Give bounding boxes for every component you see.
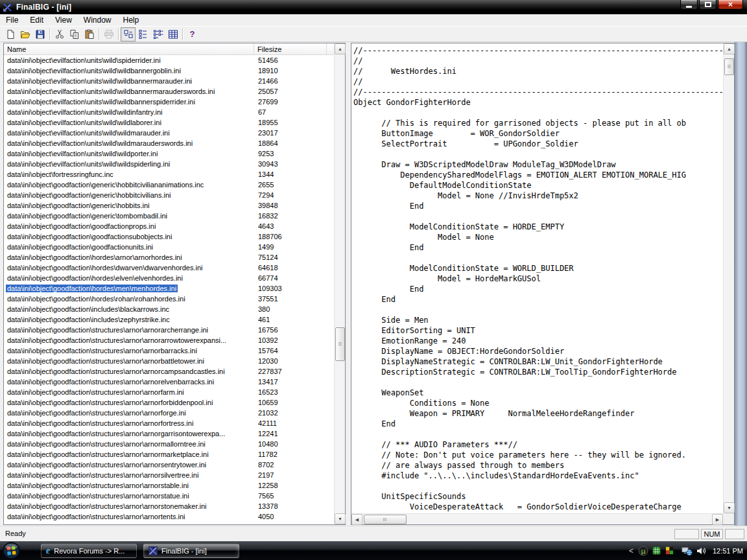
table-row[interactable]: data\ini\object\evilfaction\units\wild\w… (4, 128, 334, 138)
maximize-button[interactable] (699, 0, 717, 10)
table-row[interactable]: data\ini\object\evilfaction\units\wild\w… (4, 97, 334, 107)
table-row[interactable]: data\ini\object\goodfaction\generic\tomb… (4, 211, 334, 221)
file-name-cell: data\ini\object\goodfaction\generic\hobb… (4, 180, 254, 190)
copy-button[interactable] (67, 27, 82, 41)
taskbar-item-finalbig[interactable]: FinalBIG - [ini] (143, 544, 239, 558)
table-row[interactable]: data\ini\object\goodfaction\structures\a… (4, 325, 334, 335)
view-list-button[interactable] (150, 27, 165, 41)
table-row[interactable]: data\ini\object\evilfaction\units\wild\w… (4, 117, 334, 128)
table-row[interactable]: data\ini\object\goodfaction\structures\a… (4, 460, 334, 470)
new-button[interactable] (3, 27, 18, 41)
table-row[interactable]: data\ini\object\goodfaction\includes\zep… (4, 314, 334, 325)
file-name-cell: data\ini\object\goodfaction\generic\tomb… (4, 211, 254, 221)
start-button[interactable] (2, 542, 20, 560)
green-grid-icon[interactable] (652, 546, 661, 555)
table-row[interactable]: data\ini\object\goodfaction\generic\hobb… (4, 180, 334, 190)
table-row[interactable]: data\ini\object\goodfaction\goodfactions… (4, 231, 334, 242)
table-row[interactable]: data\ini\object\goodfaction\structures\a… (4, 480, 334, 491)
scrollbar-thumb[interactable] (364, 515, 407, 524)
table-row[interactable]: data\ini\object\evilfaction\units\wild\w… (4, 107, 334, 117)
table-row[interactable]: data\ini\object\goodfaction\hordes\rohan… (4, 294, 334, 304)
menu-file[interactable]: File (0, 14, 24, 26)
save-button[interactable] (32, 27, 47, 41)
table-row[interactable]: data\ini\object\goodfaction\structures\a… (4, 387, 334, 397)
print-button[interactable] (101, 27, 116, 41)
open-button[interactable] (18, 27, 32, 41)
table-row[interactable]: data\ini\object\evilfaction\units\wild\w… (4, 138, 334, 148)
file-size-cell: 10392 (254, 335, 278, 345)
table-row[interactable]: data\ini\object\goodfaction\structures\a… (4, 470, 334, 480)
help-button[interactable]: ? (185, 27, 200, 41)
menu-edit[interactable]: Edit (24, 14, 49, 26)
desktop: FinalBIG - [ini] × File Edit View Window… (0, 0, 747, 560)
menu-view[interactable]: View (49, 14, 78, 26)
table-row[interactable]: data\ini\object\goodfaction\structures\a… (4, 377, 334, 387)
table-row[interactable]: data\ini\object\goodfaction\structures\a… (4, 428, 334, 439)
menu-help[interactable]: Help (117, 14, 145, 26)
table-row[interactable]: data\ini\object\goodfaction\hordes\elven… (4, 273, 334, 283)
table-row[interactable]: data\ini\object\goodfaction\structures\a… (4, 439, 334, 449)
table-row[interactable]: data\ini\object\goodfaction\hordes\dwarv… (4, 262, 334, 273)
table-row[interactable]: data\ini\object\goodfaction\structures\a… (4, 356, 334, 366)
cut-button[interactable] (52, 27, 67, 41)
scroll-down-icon[interactable]: ▼ (724, 502, 735, 513)
minimize-button[interactable] (680, 0, 698, 10)
table-row[interactable]: data\ini\object\evilfaction\units\wild\s… (4, 55, 334, 65)
editor-hscrollbar[interactable]: ◀ ▶ (351, 513, 723, 524)
scrollbar-thumb[interactable] (335, 327, 345, 361)
table-row[interactable]: data\ini\object\goodfaction\generic\hobb… (4, 190, 334, 200)
file-size-cell: 380 (254, 304, 270, 314)
file-list-scrollbar[interactable]: ▲ ▼ (334, 43, 345, 524)
table-row[interactable]: data\ini\object\goodfaction\structures\a… (4, 366, 334, 377)
editor-vscrollbar[interactable]: ▲ ▼ (723, 43, 734, 513)
clock[interactable]: 12:51 PM (713, 547, 743, 555)
table-row[interactable]: data\ini\object\goodfaction\includes\bla… (4, 304, 334, 314)
scroll-right-icon[interactable]: ▶ (712, 514, 723, 525)
menu-window[interactable]: Window (78, 14, 117, 26)
scroll-up-icon[interactable]: ▲ (335, 43, 346, 54)
table-row[interactable]: data\ini\object\goodfaction\generic\hobb… (4, 200, 334, 211)
close-button[interactable]: × (718, 0, 743, 10)
table-row[interactable]: data\ini\object\goodfaction\structures\a… (4, 511, 334, 522)
file-size-cell: 18864 (254, 138, 278, 148)
scroll-down-icon[interactable]: ▼ (335, 513, 346, 524)
table-row[interactable]: data\ini\object\goodfaction\structures\a… (4, 522, 334, 524)
table-row[interactable]: data\ini\object\goodfaction\goodfactionp… (4, 221, 334, 231)
view-small-icons-button[interactable] (136, 27, 150, 41)
scroll-left-icon[interactable]: ◀ (351, 514, 362, 525)
taskbar-item-label: Revora Forums -> R... (54, 547, 124, 555)
utorrent-icon[interactable]: µ (638, 546, 648, 556)
volume-icon[interactable] (696, 546, 706, 556)
table-row[interactable]: data\ini\object\goodfaction\structures\a… (4, 501, 334, 511)
table-row[interactable]: data\ini\object\goodfaction\structures\a… (4, 418, 334, 428)
table-row[interactable]: data\ini\object\goodfaction\hordes\arnor… (4, 252, 334, 262)
view-details-button[interactable] (165, 27, 180, 41)
column-header-filesize[interactable]: Filesize (254, 43, 327, 54)
table-row[interactable]: data\ini\object\evilfaction\units\wild\w… (4, 65, 334, 76)
table-row[interactable]: data\ini\object\goodfaction\structures\a… (4, 491, 334, 501)
table-row[interactable]: data\ini\object\goodfaction\structures\a… (4, 397, 334, 408)
editor-text[interactable]: //--------------------------------------… (351, 43, 723, 513)
network-icon[interactable] (682, 546, 693, 556)
table-row[interactable]: data\ini\object\goodfaction\structures\a… (4, 335, 334, 345)
scrollbar-thumb[interactable] (724, 58, 734, 75)
table-row[interactable]: data\ini\object\goodfaction\structures\a… (4, 449, 334, 460)
table-row[interactable]: data\ini\object\fortressringfunc.inc1344 (4, 169, 334, 180)
title-bar[interactable]: FinalBIG - [ini] × (0, 0, 747, 14)
table-row[interactable]: data\ini\object\evilfaction\units\wild\w… (4, 148, 334, 159)
view-large-icons-button[interactable] (121, 27, 136, 41)
svg-text:µ: µ (641, 547, 645, 555)
table-row[interactable]: data\ini\object\goodfaction\structures\a… (4, 408, 334, 418)
column-header-name[interactable]: Name (4, 43, 254, 54)
scroll-up-icon[interactable]: ▲ (724, 43, 735, 54)
table-row[interactable]: data\ini\object\evilfaction\units\wild\w… (4, 76, 334, 86)
table-row[interactable]: data\ini\object\goodfaction\structures\a… (4, 345, 334, 356)
table-row[interactable]: data\ini\object\evilfaction\units\wild\w… (4, 86, 334, 97)
show-hidden-icons-chevron[interactable]: < (628, 546, 635, 555)
paste-button[interactable] (82, 27, 97, 41)
taskbar-item-revora[interactable]: e Revora Forums -> R... (41, 544, 137, 558)
color-quad-icon[interactable] (665, 546, 674, 555)
table-row[interactable]: data\ini\object\goodfaction\hordes\men\m… (4, 283, 334, 294)
table-row[interactable]: data\ini\object\goodfaction\goodfactionu… (4, 242, 334, 252)
table-row[interactable]: data\ini\object\evilfaction\units\wild\w… (4, 159, 334, 169)
